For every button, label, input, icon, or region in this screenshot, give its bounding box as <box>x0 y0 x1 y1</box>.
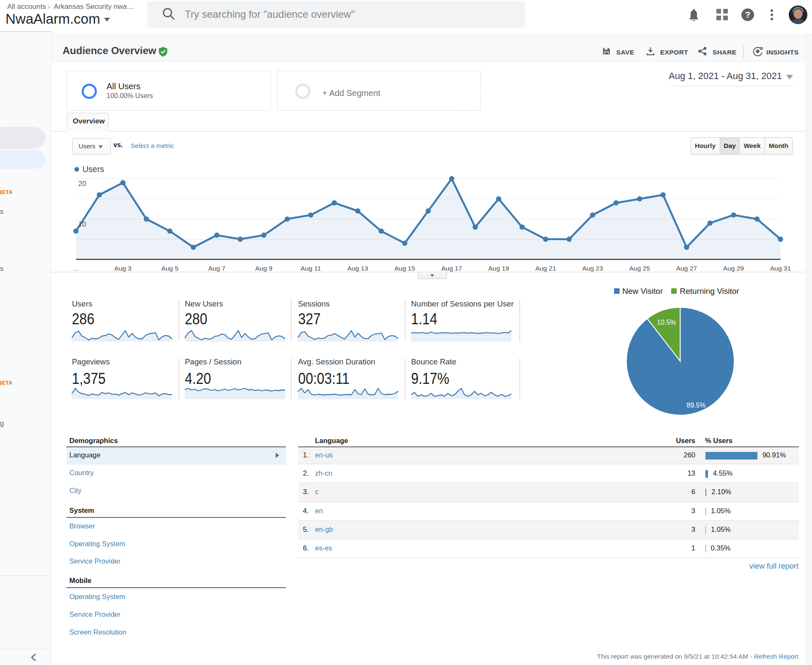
svg-text:89.5%: 89.5% <box>686 402 705 409</box>
svg-text:Aug 25: Aug 25 <box>629 265 650 272</box>
svg-text:Aug 5: Aug 5 <box>161 265 178 272</box>
svg-text:Aug 9: Aug 9 <box>255 265 273 272</box>
svg-text:Aug 3: Aug 3 <box>114 265 132 272</box>
svg-text:Aug 11: Aug 11 <box>301 265 321 272</box>
svg-text:Aug 15: Aug 15 <box>394 265 415 272</box>
svg-text:Aug 21: Aug 21 <box>535 265 556 272</box>
svg-text:Aug 7: Aug 7 <box>208 265 225 272</box>
svg-text:…: … <box>73 265 80 272</box>
svg-text:Aug 17: Aug 17 <box>441 265 462 272</box>
svg-text:Aug 29: Aug 29 <box>723 265 744 272</box>
svg-text:Aug 31: Aug 31 <box>770 265 791 272</box>
svg-text:Aug 13: Aug 13 <box>347 265 368 272</box>
svg-text:10: 10 <box>78 220 86 228</box>
svg-text:20: 20 <box>78 180 86 188</box>
svg-text:Aug 27: Aug 27 <box>676 265 697 272</box>
svg-text:10.5%: 10.5% <box>657 319 676 326</box>
svg-text:Aug 19: Aug 19 <box>488 265 509 272</box>
svg-text:Aug 23: Aug 23 <box>582 265 603 272</box>
